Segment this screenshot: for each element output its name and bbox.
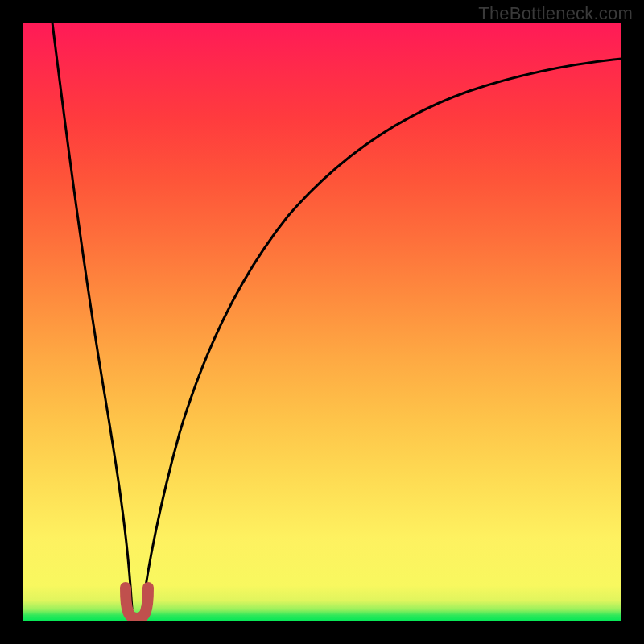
watermark-text: TheBottleneck.com: [478, 3, 633, 24]
curve-right: [142, 59, 621, 609]
curve-left: [52, 23, 132, 609]
chart-plot-area: [23, 23, 621, 621]
chart-svg: [23, 23, 621, 621]
minimum-marker-icon: [126, 588, 148, 618]
chart-frame: TheBottleneck.com: [0, 0, 644, 644]
